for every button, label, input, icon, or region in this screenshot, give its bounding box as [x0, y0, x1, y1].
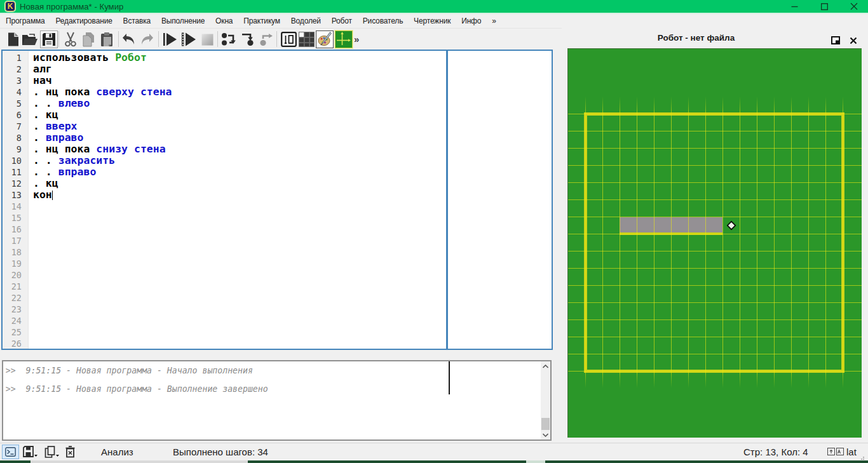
- menu-item-Окна[interactable]: Окна: [210, 14, 238, 28]
- redo-icon: [139, 33, 154, 46]
- minimize-button[interactable]: [783, 0, 805, 13]
- painter-window-button[interactable]: [316, 30, 334, 48]
- menu-item-Чертежник[interactable]: Чертежник: [409, 14, 456, 28]
- menu-item-Редактирование[interactable]: Редактирование: [50, 14, 118, 28]
- line-number: 22: [3, 292, 22, 304]
- editor-margin-line: [446, 51, 448, 349]
- grid-line-horizontal: [568, 131, 862, 131]
- line-number: 13: [3, 189, 22, 201]
- window-titlebar[interactable]: K Новая программа* - Кумир: [0, 0, 868, 13]
- menu-item-Программа[interactable]: Программа: [1, 14, 50, 28]
- grid-line-vertical: [705, 97, 706, 388]
- toggle-console-button[interactable]: [2, 445, 19, 459]
- field-boundary-wall: [584, 112, 844, 373]
- open-file-button[interactable]: [21, 30, 39, 48]
- line-number: 19: [3, 258, 22, 269]
- run-step-button[interactable]: [179, 30, 197, 48]
- copy-button[interactable]: [79, 30, 97, 48]
- console-scrollbar[interactable]: [541, 361, 550, 440]
- console-margin-line: [449, 361, 450, 394]
- grid-line-vertical: [620, 97, 620, 388]
- show-values-button[interactable]: [280, 30, 297, 48]
- menu-item-Выполнение[interactable]: Выполнение: [156, 14, 210, 28]
- show-values-icon: [281, 32, 297, 47]
- menu-item-more[interactable]: »: [487, 14, 501, 28]
- status-mode: Анализ: [101, 446, 133, 457]
- step-over-button[interactable]: [257, 30, 275, 48]
- code-line: нач: [33, 75, 172, 86]
- menu-item-Робот[interactable]: Робот: [326, 14, 357, 28]
- chevron-up-icon: [543, 365, 548, 368]
- taskbar-segment: [31, 460, 248, 463]
- run-step-icon: [180, 32, 196, 46]
- step-into-button[interactable]: [219, 30, 237, 48]
- stop-button[interactable]: [198, 30, 216, 48]
- code-text[interactable]: использовать Роботалгнач. нц пока сверху…: [33, 52, 172, 201]
- io-console[interactable]: >> 9:51:15 - Новая программа - Начало вы…: [2, 360, 552, 441]
- new-file-button[interactable]: [4, 30, 22, 48]
- menu-item-Рисователь[interactable]: Рисователь: [357, 14, 408, 28]
- grid-line-horizontal: [568, 182, 862, 183]
- robot-window-button[interactable]: [335, 30, 353, 48]
- redo-button[interactable]: [138, 30, 156, 48]
- line-number: 23: [3, 304, 22, 315]
- line-number: 10: [3, 155, 22, 166]
- show-windows-button[interactable]: [297, 30, 315, 48]
- grid-line-horizontal: [568, 302, 862, 303]
- grid-line-vertical: [757, 97, 757, 388]
- save-console-button[interactable]: [23, 446, 38, 460]
- robot-close-button[interactable]: [850, 36, 857, 47]
- robot-float-button[interactable]: [831, 36, 840, 47]
- line-number: 12: [3, 178, 22, 189]
- grid-line-horizontal: [568, 319, 862, 320]
- app-icon: K: [5, 1, 15, 11]
- scrollbar-thumb[interactable]: [541, 418, 550, 430]
- run-button[interactable]: [161, 30, 179, 48]
- undo-icon: [121, 33, 137, 46]
- taskbar-segment: [248, 460, 526, 463]
- undo-button[interactable]: [120, 30, 138, 48]
- code-line: . кц: [33, 109, 172, 121]
- close-button[interactable]: [843, 0, 865, 13]
- paste-button[interactable]: [98, 30, 116, 48]
- line-number: 4: [3, 86, 22, 98]
- clear-console-button[interactable]: [65, 446, 75, 460]
- menu-item-Инфо[interactable]: Инфо: [456, 14, 487, 28]
- scroll-up-button[interactable]: [541, 361, 550, 371]
- toolbar-overflow-button[interactable]: »: [354, 30, 359, 48]
- menu-item-Практикум[interactable]: Практикум: [238, 14, 286, 28]
- grid-line-vertical: [740, 97, 740, 388]
- close-icon: [850, 37, 857, 44]
- robot-window-icon: [336, 31, 352, 48]
- line-number: 24: [3, 315, 22, 326]
- code-editor[interactable]: 1234567891011121314151617181920212223242…: [1, 50, 553, 350]
- line-number: 26: [3, 338, 22, 349]
- robot-icon[interactable]: [726, 220, 737, 231]
- save-file-button[interactable]: [40, 30, 58, 48]
- cut-button[interactable]: [62, 30, 79, 48]
- step-into-icon: [221, 32, 236, 46]
- toolbar-separator: [276, 31, 277, 47]
- scroll-down-button[interactable]: [541, 430, 550, 440]
- grid-line-vertical: [688, 97, 689, 388]
- grid-line-horizontal: [568, 337, 862, 337]
- grid-line-vertical: [722, 97, 723, 388]
- grid-line-horizontal: [568, 285, 862, 286]
- grid-line-horizontal: [568, 251, 862, 252]
- line-number: 2: [3, 64, 22, 75]
- menu-item-Вставка[interactable]: Вставка: [118, 14, 156, 28]
- step-over-icon: [259, 32, 274, 46]
- maximize-button[interactable]: [813, 0, 835, 13]
- line-number: 6: [3, 109, 22, 121]
- code-line: . вправо: [33, 132, 172, 144]
- robot-field[interactable]: [567, 48, 862, 438]
- step-out-button[interactable]: [239, 30, 257, 48]
- grid-line-vertical: [602, 97, 603, 388]
- line-number: 21: [3, 281, 22, 292]
- menu-item-Водолей[interactable]: Водолей: [285, 14, 326, 28]
- copy-console-button[interactable]: [44, 446, 60, 460]
- grid-line-vertical: [637, 97, 637, 388]
- stop-icon: [201, 34, 214, 46]
- console-line: >> 9:51:15 - Новая программа - Начало вы…: [6, 366, 253, 375]
- grid-line-horizontal: [568, 234, 862, 234]
